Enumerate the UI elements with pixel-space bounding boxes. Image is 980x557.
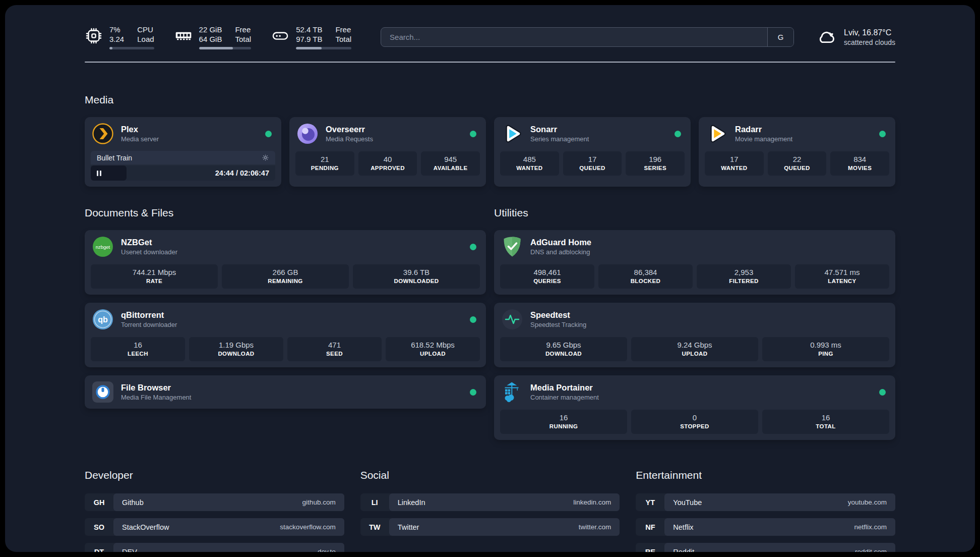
topbar-divider [85,62,895,63]
nzbget-icon: nzbget [92,236,114,258]
filebrowser-card[interactable]: File Browser Media File Management [85,375,486,409]
social-links: LI LinkedIn linkedin.com TW Twitter twit… [360,493,620,536]
link-name: Twitter [398,523,419,531]
now-playing-title: Bullet Train [97,154,132,162]
stat-value: 16 [502,413,625,423]
plex-card[interactable]: Plex Media server Bullet Train [85,117,281,187]
link-url: reddit.com [855,548,887,552]
stat-label: LEECH [93,350,183,358]
stat-label: WANTED [707,164,762,172]
stat-value: 1.19 Gbps [191,340,281,350]
stats-row: 498,461 QUERIES 86,384 BLOCKED 2,953 FIL… [494,263,895,295]
cloud-icon [816,27,836,47]
radarr-card[interactable]: Radarr Movie management 17 WANTED 22 QUE… [699,117,895,187]
stat-label: LATENCY [797,277,887,285]
search-engine-button[interactable]: G [767,28,793,46]
link-body: LinkedIn linkedin.com [389,493,620,511]
disk-total-value: 97.9 TB [296,34,322,44]
link-url: github.com [302,498,336,506]
link-body: Reddit reddit.com [664,543,895,552]
app-title: NZBGet [121,237,177,248]
app-subtitle: Media Requests [326,135,373,143]
stat-box: 744.21 Mbps RATE [91,264,218,289]
stat-box: 39.6 TB DOWNLOADED [353,264,480,289]
pause-icon[interactable] [97,171,101,176]
memory-total-value: 64 GiB [199,34,222,44]
link-code-badge: SO [85,518,113,536]
stats-row: 744.21 Mbps RATE 266 GB REMAINING 39.6 T… [85,263,486,295]
stat-label: QUEUED [565,164,620,172]
weather-location-temp: Lviv, 16.87°C [844,27,895,38]
stat-label: BLOCKED [600,277,691,285]
portainer-card[interactable]: Media Portainer Container management 16 … [494,375,895,440]
stat-value: 16 [764,413,887,423]
app-subtitle: Media server [121,135,159,143]
stat-label: PING [764,350,887,358]
stat-label: DOWNLOAD [191,350,281,358]
app-title: File Browser [121,382,191,393]
memory-progress-fill [199,47,233,49]
search-input[interactable] [381,28,767,46]
stat-value: 485 [502,154,557,164]
app-title: Sonarr [530,124,589,135]
stats-row: 485 WANTED 17 QUEUED 196 SERIES [494,150,691,182]
disk-progress-fill [296,47,322,49]
stat-label: RUNNING [502,423,625,430]
link-code-badge: GH [85,493,113,511]
link-url: youtube.com [848,498,887,506]
link-row[interactable]: TW Twitter twitter.com [360,518,620,536]
stat-box: 16 TOTAL [762,410,889,434]
app-subtitle: DNS and adblocking [530,248,591,256]
link-name: Reddit [673,548,694,552]
app-subtitle: Series management [530,135,589,143]
player-progress-bar[interactable]: 24:44 / 02:06:47 [91,165,275,181]
link-name: StackOverflow [122,523,169,531]
stat-box: 40 APPROVED [358,151,417,176]
stat-label: DOWNLOADED [355,277,478,285]
link-row[interactable]: SO StackOverflow stackoverflow.com [85,518,344,536]
adguard-card[interactable]: AdGuard Home DNS and adblocking 498,461 … [494,230,895,295]
speedtest-card[interactable]: Speedtest Speedtest Tracking 9.65 Gbps D… [494,303,895,367]
stat-box: 17 WANTED [705,151,764,176]
stat-value: 2,953 [699,267,789,277]
stat-value: 17 [707,154,762,164]
plex-icon [92,123,114,145]
stat-value: 618.52 Mbps [388,340,478,350]
developer-column: Developer GH Github github.com SO StackO… [85,469,344,552]
stat-value: 834 [832,154,887,164]
qbittorrent-card[interactable]: qb qBittorrent Torrent downloader 16 LEE… [85,303,486,367]
app-subtitle: Movie management [735,135,792,143]
cpu-progress-fill [109,47,112,49]
link-row[interactable]: LI LinkedIn linkedin.com [360,493,620,511]
stat-box: 0 STOPPED [631,410,758,434]
stat-box: 1.19 Gbps DOWNLOAD [189,337,283,361]
link-code-badge: NF [636,518,664,536]
memory-label-top: Free [235,25,251,34]
hard-drive-icon [271,27,289,45]
sonarr-icon [501,123,523,145]
media-grid: Plex Media server Bullet Train [85,117,895,187]
link-row[interactable]: NF Netflix netflix.com [636,518,895,536]
stat-label: QUEUED [770,164,825,172]
nzbget-card[interactable]: nzbget NZBGet Usenet downloader 744.21 M… [85,230,486,295]
link-row[interactable]: RE Reddit reddit.com [636,543,895,552]
disk-label-top: Free [335,25,351,34]
link-code-badge: RE [636,543,664,552]
stat-value: 945 [423,154,478,164]
sonarr-card[interactable]: Sonarr Series management 485 WANTED 17 Q… [494,117,691,187]
overseerr-card[interactable]: Overseerr Media Requests 21 PENDING 40 A… [289,117,486,187]
link-row[interactable]: GH Github github.com [85,493,344,511]
overseerr-icon [296,123,319,145]
link-url: dev.to [318,548,336,552]
link-url: linkedin.com [573,498,611,506]
utilities-column: Utilities [494,207,895,440]
filebrowser-icon [92,381,114,403]
link-name: Github [122,498,144,507]
link-row[interactable]: DT DEV dev.to [85,543,344,552]
stat-box: 9.24 Gbps UPLOAD [631,337,758,361]
gear-icon[interactable] [262,154,269,161]
link-row[interactable]: YT YouTube youtube.com [636,493,895,511]
stat-box: 17 QUEUED [563,151,622,176]
link-code-badge: TW [360,518,389,536]
stat-value: 47.571 ms [797,267,887,277]
